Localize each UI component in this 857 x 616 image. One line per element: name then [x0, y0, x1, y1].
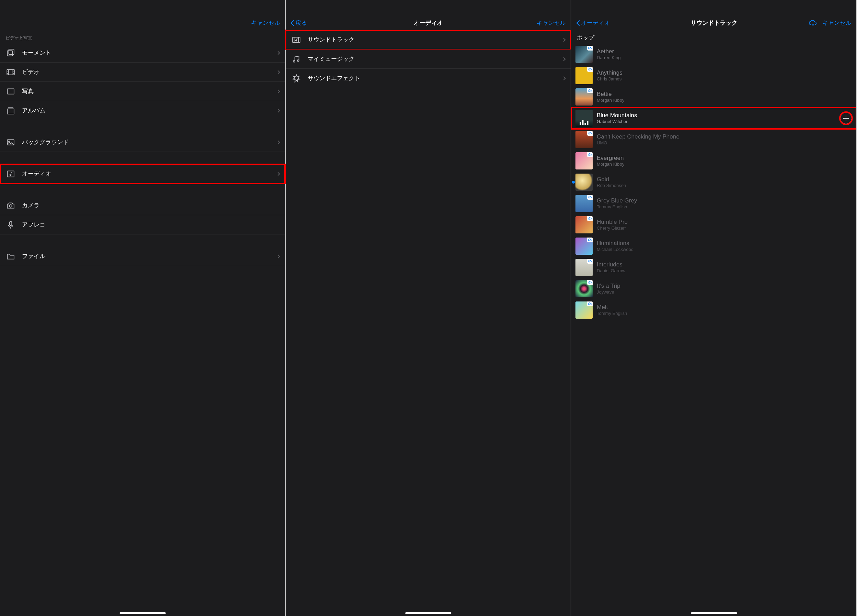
track-row[interactable]: IlluminationsMichael Lockwood	[571, 235, 856, 257]
row-moments[interactable]: モーメント	[0, 43, 285, 63]
album-art	[575, 195, 592, 212]
row-label: アルバム	[22, 107, 277, 115]
track-title: Grey Blue Grey	[597, 197, 852, 204]
download-all-button[interactable]	[809, 19, 817, 27]
track-title: Illuminations	[597, 240, 852, 247]
now-playing-eq-icon	[580, 120, 588, 125]
svg-point-15	[10, 174, 11, 175]
track-row[interactable]: Grey Blue GreyTommy English	[571, 193, 856, 214]
burst-icon	[291, 73, 302, 84]
album-art	[575, 152, 592, 169]
track-text: BettieMorgan Kibby	[597, 91, 852, 103]
track-row[interactable]: BettieMorgan Kibby	[571, 86, 856, 108]
back-label: オーディオ	[581, 19, 610, 27]
album-art	[575, 67, 592, 84]
row-sound-effect[interactable]: サウンドエフェクト	[286, 69, 571, 88]
track-row[interactable]: Humble ProCherry Glazerr	[571, 214, 856, 235]
chevron-right-icon	[276, 254, 280, 258]
moments-icon	[6, 48, 16, 58]
genre-header: ポップ	[571, 30, 856, 44]
audio-icon	[6, 169, 16, 179]
track-row[interactable]: InterludesDaniel Garrow	[571, 257, 856, 278]
track-title: Humble Pro	[597, 219, 852, 226]
track-title: Aether	[597, 48, 852, 55]
album-art	[575, 259, 592, 276]
row-label: サウンドトラック	[308, 36, 562, 44]
track-row[interactable]: AnythingsChris James	[571, 65, 856, 86]
track-text: EvergreenMorgan Kibby	[597, 155, 852, 167]
cancel-button[interactable]: キャンセル	[822, 19, 851, 27]
track-text: It's a TripJoywave	[597, 283, 852, 295]
row-label: モーメント	[22, 49, 277, 57]
cloud-download-icon	[587, 302, 592, 306]
row-label: ビデオ	[22, 68, 277, 76]
track-artist: Morgan Kibby	[597, 162, 852, 167]
row-audio[interactable]: オーディオ	[0, 164, 285, 184]
row-video[interactable]: ビデオ	[0, 63, 285, 82]
track-artist: Darren King	[597, 55, 852, 60]
track-title: Anythings	[597, 70, 852, 76]
back-button[interactable]: 戻る	[291, 19, 307, 27]
svg-point-23	[293, 60, 295, 62]
panel-soundtrack: オーディオ サウンドトラック キャンセル ポップ AetherDarren Ki…	[571, 0, 857, 616]
row-photo[interactable]: 写真	[0, 82, 285, 101]
chevron-right-icon	[276, 108, 280, 112]
track-artist: UMO	[597, 140, 852, 146]
album-art	[575, 131, 592, 148]
album-art	[575, 46, 592, 63]
row-background[interactable]: バックグラウンド	[0, 133, 285, 152]
row-mymusic[interactable]: マイミュージック	[286, 50, 571, 69]
track-artist: Gabriel Witcher	[597, 119, 836, 124]
cancel-button[interactable]: キャンセル	[251, 19, 280, 27]
cloud-download-icon	[587, 280, 592, 285]
track-title: Interludes	[597, 261, 852, 268]
track-text: Can't Keep Checking My PhoneUMO	[597, 133, 852, 146]
chevron-right-icon	[276, 89, 280, 93]
track-artist: Daniel Garrow	[597, 268, 852, 274]
background-icon	[6, 137, 16, 147]
album-art	[575, 88, 592, 105]
track-text: GoldRob Simonsen	[597, 176, 852, 188]
svg-rect-1	[9, 49, 14, 54]
cloud-download-icon	[809, 19, 817, 27]
back-button[interactable]: オーディオ	[576, 19, 610, 27]
row-soundtrack[interactable]: サウンドトラック	[286, 30, 571, 50]
svg-rect-2	[7, 70, 14, 74]
home-indicator	[691, 612, 737, 614]
track-artist: Rob Simonsen	[597, 183, 852, 188]
chevron-right-icon	[276, 70, 280, 74]
track-text: Grey Blue GreyTommy English	[597, 197, 852, 210]
track-text: MeltTommy English	[597, 304, 852, 316]
chevron-left-icon	[291, 20, 295, 26]
album-art	[575, 280, 592, 297]
row-album[interactable]: アルバム	[0, 101, 285, 120]
track-row[interactable]: It's a TripJoywave	[571, 278, 856, 299]
row-label: カメラ	[22, 201, 280, 209]
row-files[interactable]: ファイル	[0, 247, 285, 266]
row-label: アフレコ	[22, 221, 280, 229]
track-row[interactable]: AetherDarren King	[571, 44, 856, 65]
row-voiceover[interactable]: アフレコ	[0, 215, 285, 234]
video-icon	[6, 67, 16, 77]
track-row[interactable]: GoldRob Simonsen	[571, 172, 856, 193]
svg-point-16	[9, 204, 12, 207]
downloaded-dot-icon	[572, 181, 575, 184]
track-text: IlluminationsMichael Lockwood	[597, 240, 852, 252]
row-label: バックグラウンド	[22, 138, 277, 146]
cloud-download-icon	[587, 67, 592, 72]
track-text: Humble ProCherry Glazerr	[597, 219, 852, 231]
row-label: 写真	[22, 87, 277, 95]
track-row[interactable]: EvergreenMorgan Kibby	[571, 150, 856, 172]
track-row[interactable]: Can't Keep Checking My PhoneUMO	[571, 129, 856, 150]
microphone-icon	[6, 220, 16, 230]
add-track-button[interactable]	[840, 112, 852, 124]
row-camera[interactable]: カメラ	[0, 196, 285, 215]
track-title: Melt	[597, 304, 852, 311]
chevron-right-icon	[562, 57, 566, 61]
track-row[interactable]: MeltTommy English	[571, 299, 856, 321]
track-row[interactable]: Blue MountainsGabriel Witcher	[571, 108, 856, 129]
svg-rect-0	[7, 51, 12, 56]
cancel-button[interactable]: キャンセル	[537, 19, 566, 27]
track-artist: Michael Lockwood	[597, 247, 852, 252]
track-list[interactable]: AetherDarren KingAnythingsChris JamesBet…	[571, 44, 856, 616]
